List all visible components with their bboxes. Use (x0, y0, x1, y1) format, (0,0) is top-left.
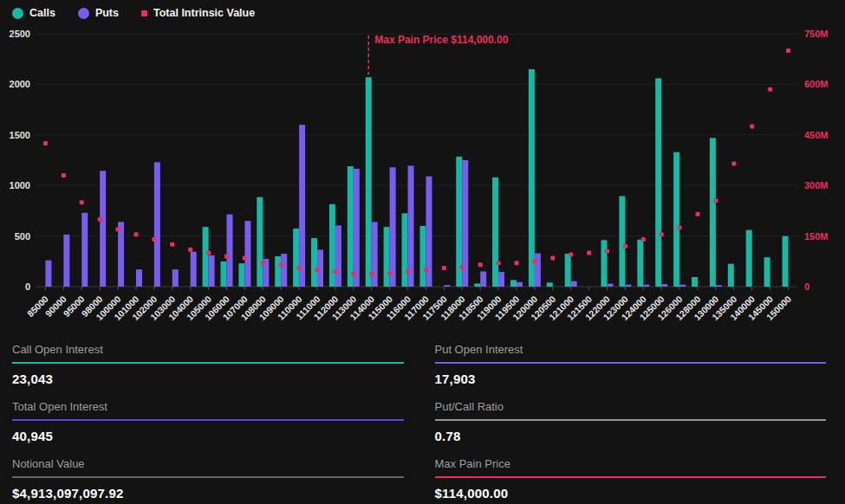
intrinsic-value-point[interactable] (497, 261, 501, 265)
call-bar[interactable] (764, 257, 770, 287)
call-bar[interactable] (783, 236, 789, 287)
put-bar[interactable] (136, 269, 142, 287)
intrinsic-value-point[interactable] (315, 268, 320, 272)
intrinsic-value-point[interactable] (279, 262, 283, 267)
put-bar[interactable] (281, 254, 287, 287)
put-bar[interactable] (643, 285, 649, 287)
put-bar[interactable] (45, 261, 51, 287)
put-bar[interactable] (100, 171, 106, 287)
call-bar[interactable] (474, 283, 480, 287)
intrinsic-value-point[interactable] (587, 251, 591, 255)
put-bar[interactable] (444, 285, 450, 287)
intrinsic-value-point[interactable] (62, 173, 66, 178)
call-bar[interactable] (547, 282, 553, 287)
put-bar[interactable] (408, 165, 414, 287)
put-bar[interactable] (679, 285, 686, 287)
intrinsic-value-point[interactable] (478, 262, 483, 267)
put-bar[interactable] (390, 167, 396, 287)
call-bar[interactable] (275, 256, 281, 287)
call-bar[interactable] (238, 263, 244, 287)
intrinsic-value-point[interactable] (460, 265, 465, 269)
put-bar[interactable] (244, 221, 250, 287)
call-bar[interactable] (710, 138, 716, 287)
intrinsic-value-point[interactable] (605, 249, 609, 254)
put-bar[interactable] (209, 255, 215, 287)
put-bar[interactable] (535, 253, 541, 287)
call-bar[interactable] (329, 204, 335, 287)
intrinsic-value-point[interactable] (660, 232, 664, 236)
put-bar[interactable] (498, 272, 504, 287)
call-bar[interactable] (293, 229, 299, 287)
intrinsic-value-point[interactable] (731, 161, 736, 165)
intrinsic-value-point[interactable] (80, 200, 84, 204)
put-bar[interactable] (608, 283, 614, 287)
put-bar[interactable] (191, 252, 197, 287)
call-bar[interactable] (728, 264, 734, 287)
intrinsic-value-point[interactable] (206, 251, 211, 255)
call-bar[interactable] (692, 277, 698, 287)
put-bar[interactable] (172, 269, 179, 287)
legend-item-calls[interactable]: Calls (12, 7, 55, 19)
intrinsic-value-point[interactable] (188, 248, 192, 252)
intrinsic-value-point[interactable] (43, 141, 48, 145)
call-bar[interactable] (402, 213, 408, 287)
call-bar[interactable] (203, 227, 209, 287)
put-bar[interactable] (154, 162, 160, 287)
intrinsic-value-point[interactable] (750, 125, 754, 129)
intrinsic-value-point[interactable] (133, 232, 138, 236)
intrinsic-value-point[interactable] (569, 253, 573, 257)
call-bar[interactable] (619, 196, 625, 287)
call-bar[interactable] (565, 254, 571, 287)
call-bar[interactable] (510, 280, 517, 287)
put-bar[interactable] (81, 213, 88, 287)
call-bar[interactable] (673, 152, 679, 287)
intrinsic-value-point[interactable] (641, 237, 646, 242)
call-bar[interactable] (637, 240, 643, 287)
legend-item-puts[interactable]: Puts (78, 7, 119, 19)
call-bar[interactable] (366, 77, 372, 287)
intrinsic-value-point[interactable] (243, 255, 247, 260)
intrinsic-value-point[interactable] (116, 227, 120, 231)
put-bar[interactable] (517, 282, 523, 287)
call-bar[interactable] (529, 69, 535, 287)
intrinsic-value-point[interactable] (696, 212, 700, 216)
intrinsic-value-point[interactable] (514, 261, 518, 265)
intrinsic-value-point[interactable] (550, 255, 555, 260)
intrinsic-value-point[interactable] (623, 244, 627, 249)
intrinsic-value-point[interactable] (333, 269, 337, 274)
intrinsic-value-point[interactable] (369, 272, 374, 276)
put-bar[interactable] (354, 169, 360, 287)
call-bar[interactable] (348, 166, 354, 287)
put-bar[interactable] (480, 271, 486, 287)
intrinsic-value-point[interactable] (351, 272, 355, 276)
intrinsic-value-point[interactable] (261, 261, 265, 265)
put-bar[interactable] (227, 214, 233, 287)
put-bar[interactable] (335, 225, 341, 287)
put-bar[interactable] (661, 284, 667, 287)
call-bar[interactable] (221, 262, 227, 287)
put-bar[interactable] (625, 285, 631, 287)
intrinsic-value-point[interactable] (424, 268, 428, 272)
legend-item-total-intrinsic-value[interactable]: Total Intrinsic Value (141, 7, 255, 19)
intrinsic-value-point[interactable] (98, 217, 102, 222)
intrinsic-value-point[interactable] (442, 266, 446, 270)
call-bar[interactable] (311, 238, 317, 287)
intrinsic-value-point[interactable] (224, 254, 229, 258)
intrinsic-value-point[interactable] (387, 271, 392, 275)
put-bar[interactable] (118, 222, 124, 287)
call-bar[interactable] (384, 227, 390, 287)
intrinsic-value-point[interactable] (678, 225, 682, 229)
intrinsic-value-point[interactable] (768, 87, 772, 92)
intrinsic-value-point[interactable] (152, 237, 156, 242)
put-bar[interactable] (372, 222, 378, 287)
call-bar[interactable] (746, 230, 752, 287)
call-bar[interactable] (655, 78, 661, 287)
put-bar[interactable] (299, 125, 305, 287)
intrinsic-value-point[interactable] (406, 269, 410, 274)
call-bar[interactable] (601, 240, 608, 287)
intrinsic-value-point[interactable] (170, 242, 174, 247)
put-bar[interactable] (63, 235, 69, 287)
call-bar[interactable] (419, 226, 426, 287)
intrinsic-value-point[interactable] (713, 198, 718, 203)
intrinsic-value-point[interactable] (786, 48, 790, 53)
